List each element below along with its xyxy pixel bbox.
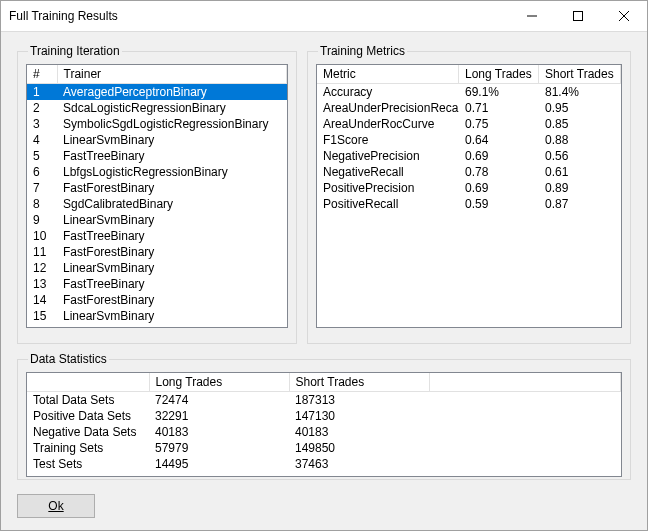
- iteration-trainer: FastTreeBinary: [57, 324, 287, 327]
- stats-short: 147130: [289, 408, 429, 424]
- iter-header-trainer[interactable]: Trainer: [57, 65, 287, 84]
- stats-name: Positive Data Sets: [27, 408, 149, 424]
- iteration-trainer: LinearSvmBinary: [57, 132, 287, 148]
- minimize-button[interactable]: [509, 1, 555, 31]
- iteration-num: 9: [27, 212, 57, 228]
- iteration-num: 1: [27, 84, 57, 100]
- svg-rect-1: [574, 12, 583, 21]
- metrics-metric: AreaUnderPrecisionRecallCurve: [317, 100, 459, 116]
- iteration-row[interactable]: 11FastForestBinary: [27, 244, 287, 260]
- stats-pad: [429, 408, 621, 424]
- stats-long: 32291: [149, 408, 289, 424]
- stats-short: 149850: [289, 440, 429, 456]
- window: Full Training Results Training Iteration…: [0, 0, 648, 531]
- stats-pad: [429, 392, 621, 409]
- metrics-header-short[interactable]: Short Trades: [539, 65, 621, 84]
- iteration-row[interactable]: 8SgdCalibratedBinary: [27, 196, 287, 212]
- metrics-row[interactable]: F1Score0.640.88: [317, 132, 621, 148]
- metrics-short: 81.4%: [539, 84, 621, 100]
- metrics-row[interactable]: NegativePrecision0.690.56: [317, 148, 621, 164]
- iteration-row[interactable]: 12LinearSvmBinary: [27, 260, 287, 276]
- iter-header-num[interactable]: #: [27, 65, 57, 84]
- stats-row[interactable]: Test Sets1449537463: [27, 456, 621, 472]
- iteration-trainer: FastTreeBinary: [57, 276, 287, 292]
- training-iteration-legend: Training Iteration: [28, 44, 122, 58]
- metrics-long: 69.1%: [459, 84, 539, 100]
- stats-pad: [429, 456, 621, 472]
- iteration-listview[interactable]: # Trainer 1AveragedPerceptronBinary2Sdca…: [26, 64, 288, 328]
- metrics-row[interactable]: PositivePrecision0.690.89: [317, 180, 621, 196]
- metrics-short: 0.85: [539, 116, 621, 132]
- iteration-trainer: LinearSvmBinary: [57, 308, 287, 324]
- iteration-row[interactable]: 1AveragedPerceptronBinary: [27, 84, 287, 100]
- iteration-row[interactable]: 6LbfgsLogisticRegressionBinary: [27, 164, 287, 180]
- iteration-num: 8: [27, 196, 57, 212]
- stats-listview[interactable]: Long Trades Short Trades Total Data Sets…: [26, 372, 622, 477]
- stats-row[interactable]: Positive Data Sets32291147130: [27, 408, 621, 424]
- metrics-short: 0.87: [539, 196, 621, 212]
- stats-name: Negative Data Sets: [27, 424, 149, 440]
- metrics-long: 0.69: [459, 180, 539, 196]
- stats-row[interactable]: Negative Data Sets4018340183: [27, 424, 621, 440]
- iteration-row[interactable]: 4LinearSvmBinary: [27, 132, 287, 148]
- iteration-trainer: AveragedPerceptronBinary: [57, 84, 287, 100]
- iteration-num: 16: [27, 324, 57, 327]
- metrics-metric: F1Score: [317, 132, 459, 148]
- metrics-row[interactable]: AreaUnderRocCurve0.750.85: [317, 116, 621, 132]
- iteration-trainer: LinearSvmBinary: [57, 260, 287, 276]
- metrics-listview[interactable]: Metric Long Trades Short Trades Accuracy…: [316, 64, 622, 328]
- iteration-num: 2: [27, 100, 57, 116]
- stats-header-name[interactable]: [27, 373, 149, 392]
- metrics-long: 0.75: [459, 116, 539, 132]
- iteration-num: 13: [27, 276, 57, 292]
- stats-name: Total Data Sets: [27, 392, 149, 409]
- iteration-trainer: SgdCalibratedBinary: [57, 196, 287, 212]
- metrics-row[interactable]: PositiveRecall0.590.87: [317, 196, 621, 212]
- data-statistics-legend: Data Statistics: [28, 352, 109, 366]
- iteration-trainer: SdcaLogisticRegressionBinary: [57, 100, 287, 116]
- top-row: Training Iteration # Trainer: [17, 44, 631, 344]
- stats-header-short[interactable]: Short Trades: [289, 373, 429, 392]
- stats-name: Test Sets: [27, 456, 149, 472]
- iteration-row[interactable]: 16FastTreeBinary: [27, 324, 287, 327]
- stats-long: 40183: [149, 424, 289, 440]
- iteration-row[interactable]: 5FastTreeBinary: [27, 148, 287, 164]
- training-iteration-group: Training Iteration # Trainer: [17, 44, 297, 344]
- metrics-row[interactable]: Accuracy69.1%81.4%: [317, 84, 621, 100]
- iteration-row[interactable]: 3SymbolicSgdLogisticRegressionBinary: [27, 116, 287, 132]
- metrics-header-long[interactable]: Long Trades: [459, 65, 539, 84]
- metrics-row[interactable]: AreaUnderPrecisionRecallCurve0.710.95: [317, 100, 621, 116]
- iteration-num: 10: [27, 228, 57, 244]
- metrics-short: 0.88: [539, 132, 621, 148]
- data-statistics-group: Data Statistics Long Trades Short Trades…: [17, 352, 631, 480]
- iteration-row[interactable]: 15LinearSvmBinary: [27, 308, 287, 324]
- iteration-row[interactable]: 10FastTreeBinary: [27, 228, 287, 244]
- iteration-num: 15: [27, 308, 57, 324]
- iteration-row[interactable]: 7FastForestBinary: [27, 180, 287, 196]
- stats-header-long[interactable]: Long Trades: [149, 373, 289, 392]
- metrics-short: 0.61: [539, 164, 621, 180]
- iteration-trainer: FastTreeBinary: [57, 228, 287, 244]
- stats-header-pad[interactable]: [429, 373, 621, 392]
- metrics-short: 0.89: [539, 180, 621, 196]
- stats-row[interactable]: Total Data Sets72474187313: [27, 392, 621, 409]
- stats-short: 187313: [289, 392, 429, 409]
- training-metrics-group: Training Metrics Metric Long Trades Shor…: [307, 44, 631, 344]
- iteration-row[interactable]: 13FastTreeBinary: [27, 276, 287, 292]
- metrics-header-metric[interactable]: Metric: [317, 65, 459, 84]
- iteration-trainer: LbfgsLogisticRegressionBinary: [57, 164, 287, 180]
- metrics-metric: NegativePrecision: [317, 148, 459, 164]
- window-title: Full Training Results: [1, 9, 509, 23]
- maximize-button[interactable]: [555, 1, 601, 31]
- iteration-trainer: LinearSvmBinary: [57, 212, 287, 228]
- close-button[interactable]: [601, 1, 647, 31]
- metrics-row[interactable]: NegativeRecall0.780.61: [317, 164, 621, 180]
- stats-long: 14495: [149, 456, 289, 472]
- button-row: Ok: [17, 488, 631, 518]
- stats-short: 40183: [289, 424, 429, 440]
- iteration-row[interactable]: 14FastForestBinary: [27, 292, 287, 308]
- stats-row[interactable]: Training Sets57979149850: [27, 440, 621, 456]
- iteration-row[interactable]: 2SdcaLogisticRegressionBinary: [27, 100, 287, 116]
- ok-button[interactable]: Ok: [17, 494, 95, 518]
- iteration-row[interactable]: 9LinearSvmBinary: [27, 212, 287, 228]
